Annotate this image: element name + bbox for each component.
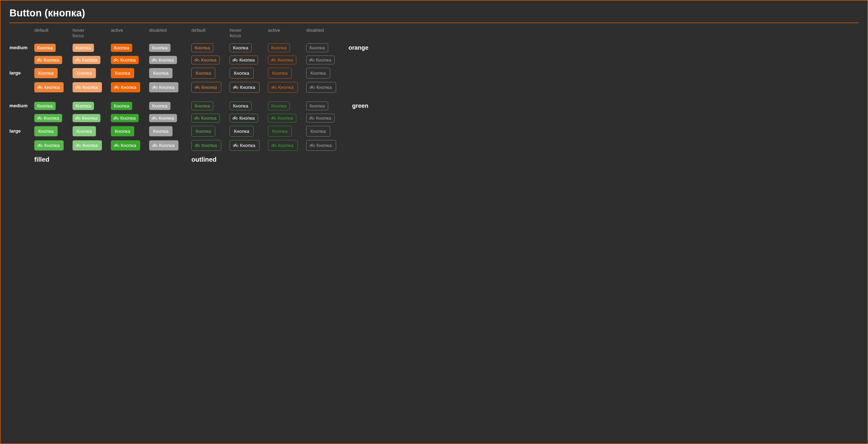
button-label: Кнопка [152,45,167,50]
button-label: Кнопка [152,104,167,108]
filled-green-default-large-button[interactable]: Кнопка [34,126,58,136]
outlined-green-default-medium-icon-button[interactable]: Кнопка [191,114,220,123]
bicycle-icon [37,143,43,147]
filled-orange-default-medium-icon-button[interactable]: Кнопка [34,56,62,64]
outlined-green-active-large-button[interactable]: Кнопка [268,126,292,137]
outlined-green-disabled-large-button: Кнопка [306,126,330,137]
outlined-orange-default-large-icon-button[interactable]: Кнопка [191,82,221,93]
filled-orange-default-large-icon-button[interactable]: Кнопка [34,82,64,92]
column-header-disabled-2: disabled [306,27,344,40]
outlined-orange-default-large-button[interactable]: Кнопка [191,68,215,78]
filled-orange-hover-medium-icon-button[interactable]: Кнопка [72,56,100,64]
filled-orange-active-large-button[interactable]: Кнопка [111,68,134,78]
bicycle-icon [152,143,158,147]
outlined-orange-default-medium-button[interactable]: Кнопка [191,43,213,52]
color-header-orange: orange [344,43,369,52]
button-label: Кнопка [278,116,293,121]
filled-orange-active-medium-icon-button[interactable]: Кнопка [111,56,139,64]
outlined-orange-active-medium-icon-button[interactable]: Кнопка [268,56,296,64]
outlined-green-default-medium-button[interactable]: Кнопка [191,102,213,110]
button-label: Кнопка [121,143,136,148]
outlined-green-active-medium-icon-button[interactable]: Кнопка [268,114,296,123]
bicycle-icon [152,58,157,62]
filled-green-hover-large-button[interactable]: Кнопка [72,126,96,136]
filled-orange-disabled-large-button: Кнопка [149,68,173,78]
button-label: Кнопка [121,85,136,90]
filled-green-disabled-medium-button: Кнопка [149,102,170,110]
outlined-orange-hover-medium-button[interactable]: Кнопка [230,43,252,52]
button-label: Кнопка [310,71,326,75]
column-header-default-2: default [191,27,230,40]
outlined-orange-hover-large-icon-button[interactable]: Кнопка [230,82,259,93]
button-label: Кнопка [316,85,332,90]
variant-header-outlined: outlined [191,154,230,163]
filled-green-hover-medium-button[interactable]: Кнопка [72,102,94,110]
filled-green-active-large-icon-button[interactable]: Кнопка [111,140,140,150]
bicycle-icon [113,116,119,120]
filled-orange-default-large-button[interactable]: Кнопка [34,68,58,78]
outlined-green-disabled-medium-icon-button: Кнопка [306,114,335,123]
filled-green-default-medium-icon-button[interactable]: Кнопка [34,114,62,122]
button-label: Кнопка [316,143,332,148]
color-header-green: green [344,102,369,110]
button-label: Кнопка [38,129,54,134]
button-label: Кнопка [201,116,217,121]
outlined-green-default-large-icon-button[interactable]: Кнопка [191,140,221,151]
outlined-green-active-large-icon-button[interactable]: Кнопка [268,140,298,151]
bicycle-icon [271,58,276,62]
outlined-orange-active-large-icon-button[interactable]: Кнопка [268,82,298,93]
column-header-disabled: disabled [149,27,187,40]
button-label: Кнопка [309,45,325,50]
row-header-medium: medium [9,43,34,52]
bicycle-icon [75,143,81,147]
button-label: Кнопка [316,116,331,121]
button-label: Кнопка [38,71,54,75]
button-label: Кнопка [202,85,217,90]
outlined-green-hover-large-button[interactable]: Кнопка [230,126,253,137]
filled-orange-active-large-icon-button[interactable]: Кнопка [111,82,140,92]
button-label: Кнопка [76,71,92,75]
column-header-default: default [34,27,72,40]
filled-green-disabled-large-icon-button: Кнопка [149,140,179,150]
button-label: Кнопка [234,129,249,134]
button-label: Кнопка [310,129,326,134]
bicycle-icon [271,143,277,147]
button-label: Кнопка [239,116,255,121]
button-label: Кнопка [201,58,217,62]
filled-green-disabled-large-button: Кнопка [149,126,173,136]
bicycle-icon [195,85,200,89]
outlined-orange-disabled-medium-icon-button: Кнопка [306,56,335,64]
outlined-green-hover-medium-icon-button[interactable]: Кнопка [230,114,258,123]
outlined-green-disabled-large-icon-button: Кнопка [306,140,336,151]
filled-orange-active-medium-button[interactable]: Кнопка [111,44,132,52]
filled-green-active-medium-button[interactable]: Кнопка [111,102,132,110]
outlined-orange-hover-large-button[interactable]: Кнопка [230,68,253,78]
outlined-green-hover-large-icon-button[interactable]: Кнопка [230,140,259,151]
filled-orange-disabled-medium-button: Кнопка [149,44,170,52]
outlined-green-hover-medium-button[interactable]: Кнопка [230,102,252,110]
outlined-orange-active-large-button[interactable]: Кнопка [268,68,292,78]
filled-green-active-medium-icon-button[interactable]: Кнопка [111,114,139,122]
button-label: Кнопка [44,116,59,121]
filled-orange-hover-medium-button[interactable]: Кнопка [72,44,94,52]
outlined-orange-active-medium-button[interactable]: Кнопка [268,43,290,52]
button-label: Кнопка [233,104,248,108]
filled-green-hover-large-icon-button[interactable]: Кнопка [72,140,102,150]
filled-orange-hover-large-button[interactable]: Кнопка [72,68,96,78]
outlined-orange-hover-medium-icon-button[interactable]: Кнопка [230,56,258,64]
button-label: Кнопка [159,116,174,121]
filled-green-active-large-button[interactable]: Кнопка [111,126,134,136]
filled-green-default-medium-button[interactable]: Кнопка [34,102,56,110]
bicycle-icon [114,85,119,89]
outlined-green-default-large-button[interactable]: Кнопка [191,126,215,137]
button-label: Кнопка [75,104,91,108]
outlined-green-active-medium-button[interactable]: Кнопка [268,102,290,110]
filled-orange-default-medium-button[interactable]: Кнопка [34,44,56,52]
outlined-orange-default-medium-icon-button[interactable]: Кнопка [191,56,220,64]
column-header-active: active [111,27,149,40]
filled-green-default-large-icon-button[interactable]: Кнопка [34,140,64,150]
button-label: Кнопка [195,104,210,108]
button-label: Кнопка [233,45,248,50]
filled-green-hover-medium-icon-button[interactable]: Кнопка [72,114,100,122]
filled-orange-hover-large-icon-button[interactable]: Кнопка [72,82,102,92]
